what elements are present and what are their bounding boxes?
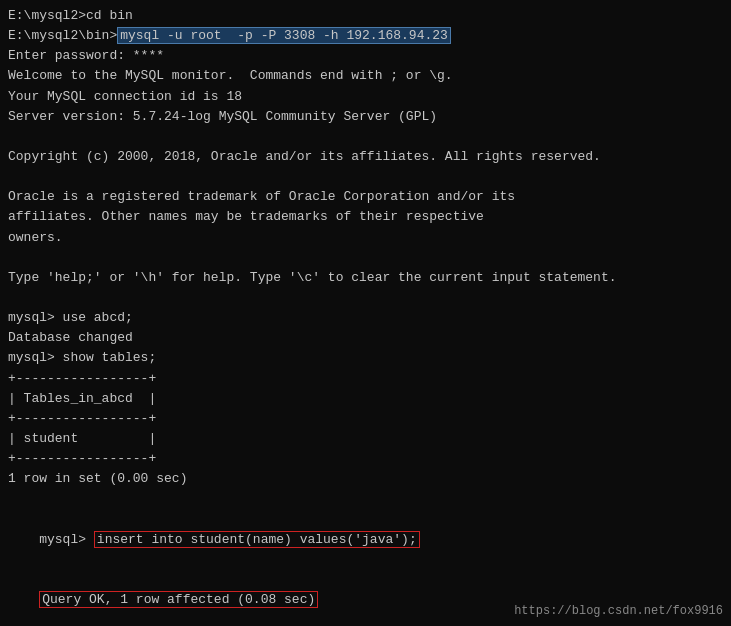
- command-highlighted: mysql -u root -p -P 3308 -h 192.168.94.2…: [117, 27, 451, 44]
- line-text: 1 row in set (0.00 sec): [8, 471, 187, 486]
- line-text: Enter password: ****: [8, 48, 164, 63]
- terminal: E:\mysql2>cd bin E:\mysql2\bin>mysql -u …: [0, 0, 731, 626]
- terminal-line: Welcome to the MySQL monitor. Commands e…: [8, 66, 723, 86]
- terminal-line: [8, 127, 723, 147]
- terminal-line: [8, 489, 723, 509]
- table-border: +-----------------+: [8, 409, 723, 429]
- line-text: owners.: [8, 230, 63, 245]
- line-text: E:\mysql2>cd bin: [8, 8, 133, 23]
- terminal-line: Oracle is a registered trademark of Orac…: [8, 187, 723, 207]
- table-row: | student |: [8, 429, 723, 449]
- table-border: +-----------------+: [8, 449, 723, 469]
- terminal-line: [8, 248, 723, 268]
- line-text: +-----------------+: [8, 451, 156, 466]
- table-row: | Tables_in_abcd |: [8, 389, 723, 409]
- terminal-line: E:\mysql2\bin>mysql -u root -p -P 3308 -…: [8, 26, 723, 46]
- terminal-line: Enter password: ****: [8, 46, 723, 66]
- terminal-line: Copyright (c) 2000, 2018, Oracle and/or …: [8, 147, 723, 167]
- line-text: mysql> show tables;: [8, 350, 156, 365]
- line-text: Database changed: [8, 330, 133, 345]
- line-text: Oracle is a registered trademark of Orac…: [8, 189, 515, 204]
- terminal-line: Type 'help;' or '\h' for help. Type '\c'…: [8, 268, 723, 288]
- line-text: Your MySQL connection id is 18: [8, 89, 242, 104]
- prompt-text: mysql>: [39, 532, 94, 547]
- line-text: Welcome to the MySQL monitor. Commands e…: [8, 68, 453, 83]
- terminal-line: mysql> use abcd;: [8, 308, 723, 328]
- terminal-line: owners.: [8, 228, 723, 248]
- query-ok-text: Query OK, 1 row affected (0.08 sec): [39, 591, 318, 608]
- terminal-line: Database changed: [8, 328, 723, 348]
- insert-command: insert into student(name) values('java')…: [94, 531, 420, 548]
- terminal-line: [8, 167, 723, 187]
- terminal-line: affiliates. Other names may be trademark…: [8, 207, 723, 227]
- terminal-line: [8, 288, 723, 308]
- terminal-line: 1 row in set (0.00 sec): [8, 469, 723, 489]
- line-text: mysql> use abcd;: [8, 310, 133, 325]
- line-text: +-----------------+: [8, 411, 156, 426]
- line-text: Server version: 5.7.24-log MySQL Communi…: [8, 109, 437, 124]
- url-label: https://blog.csdn.net/fox9916: [514, 604, 723, 618]
- line-text: | Tables_in_abcd |: [8, 391, 156, 406]
- line-text: affiliates. Other names may be trademark…: [8, 209, 484, 224]
- line-text: Copyright (c) 2000, 2018, Oracle and/or …: [8, 149, 601, 164]
- terminal-line: E:\mysql2>cd bin: [8, 6, 723, 26]
- line-text: | student |: [8, 431, 156, 446]
- prompt-text: E:\mysql2\bin>: [8, 28, 117, 43]
- terminal-line: mysql> insert into student(name) values(…: [8, 510, 723, 570]
- terminal-line: mysql> show tables;: [8, 348, 723, 368]
- terminal-line: Server version: 5.7.24-log MySQL Communi…: [8, 107, 723, 127]
- line-text: Type 'help;' or '\h' for help. Type '\c'…: [8, 270, 617, 285]
- line-text: +-----------------+: [8, 371, 156, 386]
- terminal-line: Your MySQL connection id is 18: [8, 87, 723, 107]
- table-border: +-----------------+: [8, 369, 723, 389]
